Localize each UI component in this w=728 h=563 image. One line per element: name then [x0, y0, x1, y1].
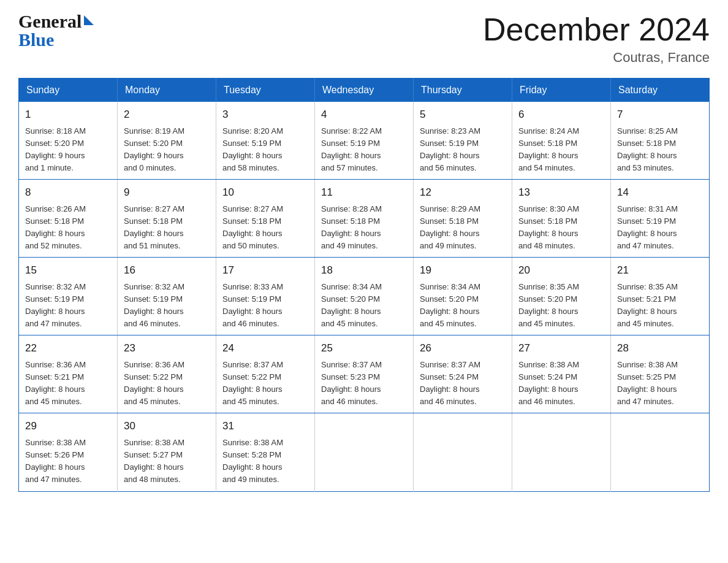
- calendar-day-cell: 13Sunrise: 8:30 AMSunset: 5:18 PMDayligh…: [512, 180, 611, 258]
- calendar-day-cell: [512, 413, 611, 491]
- day-number: 23: [124, 340, 210, 356]
- day-of-week-header: Friday: [512, 79, 611, 102]
- day-info: Sunrise: 8:36 AMSunset: 5:22 PMDaylight:…: [124, 360, 184, 406]
- logo-general-text: General: [18, 12, 82, 31]
- page-header: General Blue December 2024 Coutras, Fran…: [18, 12, 710, 66]
- calendar-day-cell: 21Sunrise: 8:35 AMSunset: 5:21 PMDayligh…: [611, 258, 710, 335]
- calendar-week-row: 8Sunrise: 8:26 AMSunset: 5:18 PMDaylight…: [19, 180, 710, 258]
- calendar-day-cell: 22Sunrise: 8:36 AMSunset: 5:21 PMDayligh…: [19, 335, 118, 413]
- day-info: Sunrise: 8:37 AMSunset: 5:24 PMDaylight:…: [420, 360, 480, 406]
- day-number: 13: [518, 185, 604, 201]
- day-info: Sunrise: 8:38 AMSunset: 5:25 PMDaylight:…: [617, 360, 678, 406]
- day-number: 2: [124, 107, 210, 123]
- day-info: Sunrise: 8:27 AMSunset: 5:18 PMDaylight:…: [124, 204, 184, 250]
- day-number: 11: [321, 185, 407, 201]
- calendar-day-cell: 15Sunrise: 8:32 AMSunset: 5:19 PMDayligh…: [19, 258, 118, 335]
- day-number: 1: [25, 107, 111, 123]
- day-number: 14: [617, 185, 703, 201]
- day-number: 8: [25, 185, 111, 201]
- day-info: Sunrise: 8:35 AMSunset: 5:21 PMDaylight:…: [617, 282, 678, 328]
- calendar-day-cell: 30Sunrise: 8:38 AMSunset: 5:27 PMDayligh…: [118, 413, 216, 491]
- day-number: 29: [25, 418, 111, 434]
- day-info: Sunrise: 8:22 AMSunset: 5:19 PMDaylight:…: [321, 126, 382, 172]
- calendar-table: SundayMondayTuesdayWednesdayThursdayFrid…: [18, 78, 710, 491]
- calendar-week-row: 29Sunrise: 8:38 AMSunset: 5:26 PMDayligh…: [19, 413, 710, 491]
- calendar-day-cell: 16Sunrise: 8:32 AMSunset: 5:19 PMDayligh…: [118, 258, 216, 335]
- day-of-week-header: Sunday: [19, 79, 118, 102]
- calendar-day-cell: 7Sunrise: 8:25 AMSunset: 5:18 PMDaylight…: [611, 102, 710, 180]
- day-number: 27: [518, 340, 604, 356]
- calendar-day-cell: 5Sunrise: 8:23 AMSunset: 5:19 PMDaylight…: [414, 102, 512, 180]
- logo-blue-text: Blue: [18, 31, 94, 49]
- day-number: 26: [420, 340, 506, 356]
- day-info: Sunrise: 8:38 AMSunset: 5:26 PMDaylight:…: [25, 438, 86, 484]
- day-number: 30: [124, 418, 210, 434]
- day-info: Sunrise: 8:37 AMSunset: 5:22 PMDaylight:…: [222, 360, 283, 406]
- calendar-day-cell: 20Sunrise: 8:35 AMSunset: 5:20 PMDayligh…: [512, 258, 611, 335]
- calendar-day-cell: 4Sunrise: 8:22 AMSunset: 5:19 PMDaylight…: [315, 102, 414, 180]
- day-info: Sunrise: 8:34 AMSunset: 5:20 PMDaylight:…: [321, 282, 382, 328]
- day-info: Sunrise: 8:29 AMSunset: 5:18 PMDaylight:…: [420, 204, 480, 250]
- day-of-week-header: Saturday: [611, 79, 710, 102]
- calendar-day-cell: 9Sunrise: 8:27 AMSunset: 5:18 PMDaylight…: [118, 180, 216, 258]
- calendar-week-row: 15Sunrise: 8:32 AMSunset: 5:19 PMDayligh…: [19, 258, 710, 335]
- day-of-week-header: Monday: [118, 79, 216, 102]
- day-info: Sunrise: 8:36 AMSunset: 5:21 PMDaylight:…: [25, 360, 86, 406]
- location-text: Coutras, France: [483, 50, 710, 66]
- calendar-day-cell: [414, 413, 512, 491]
- day-number: 20: [518, 262, 604, 278]
- calendar-day-cell: 11Sunrise: 8:28 AMSunset: 5:18 PMDayligh…: [315, 180, 414, 258]
- day-number: 9: [124, 185, 210, 201]
- logo: General Blue: [18, 12, 94, 49]
- calendar-day-cell: 31Sunrise: 8:38 AMSunset: 5:28 PMDayligh…: [216, 413, 315, 491]
- calendar-day-cell: 3Sunrise: 8:20 AMSunset: 5:19 PMDaylight…: [216, 102, 315, 180]
- calendar-day-cell: 23Sunrise: 8:36 AMSunset: 5:22 PMDayligh…: [118, 335, 216, 413]
- calendar-day-cell: 8Sunrise: 8:26 AMSunset: 5:18 PMDaylight…: [19, 180, 118, 258]
- day-info: Sunrise: 8:18 AMSunset: 5:20 PMDaylight:…: [25, 126, 86, 172]
- day-number: 15: [25, 262, 111, 278]
- day-number: 10: [222, 185, 308, 201]
- day-number: 18: [321, 262, 407, 278]
- calendar-day-cell: 17Sunrise: 8:33 AMSunset: 5:19 PMDayligh…: [216, 258, 315, 335]
- day-number: 16: [124, 262, 210, 278]
- day-number: 31: [222, 418, 308, 434]
- calendar-day-cell: 29Sunrise: 8:38 AMSunset: 5:26 PMDayligh…: [19, 413, 118, 491]
- month-title: December 2024: [483, 12, 710, 47]
- calendar-day-cell: 1Sunrise: 8:18 AMSunset: 5:20 PMDaylight…: [19, 102, 118, 180]
- day-info: Sunrise: 8:35 AMSunset: 5:20 PMDaylight:…: [518, 282, 579, 328]
- calendar-day-cell: 26Sunrise: 8:37 AMSunset: 5:24 PMDayligh…: [414, 335, 512, 413]
- calendar-header-row: SundayMondayTuesdayWednesdayThursdayFrid…: [19, 79, 710, 102]
- calendar-day-cell: 27Sunrise: 8:38 AMSunset: 5:24 PMDayligh…: [512, 335, 611, 413]
- day-info: Sunrise: 8:20 AMSunset: 5:19 PMDaylight:…: [222, 126, 283, 172]
- day-number: 24: [222, 340, 308, 356]
- calendar-day-cell: 10Sunrise: 8:27 AMSunset: 5:18 PMDayligh…: [216, 180, 315, 258]
- day-number: 5: [420, 107, 506, 123]
- day-info: Sunrise: 8:38 AMSunset: 5:27 PMDaylight:…: [124, 438, 184, 484]
- day-number: 3: [222, 107, 308, 123]
- day-number: 28: [617, 340, 703, 356]
- day-number: 12: [420, 185, 506, 201]
- day-info: Sunrise: 8:27 AMSunset: 5:18 PMDaylight:…: [222, 204, 283, 250]
- day-info: Sunrise: 8:25 AMSunset: 5:18 PMDaylight:…: [617, 126, 678, 172]
- calendar-day-cell: 25Sunrise: 8:37 AMSunset: 5:23 PMDayligh…: [315, 335, 414, 413]
- day-info: Sunrise: 8:38 AMSunset: 5:28 PMDaylight:…: [222, 438, 283, 484]
- day-info: Sunrise: 8:30 AMSunset: 5:18 PMDaylight:…: [518, 204, 579, 250]
- day-of-week-header: Tuesday: [216, 79, 315, 102]
- calendar-day-cell: 28Sunrise: 8:38 AMSunset: 5:25 PMDayligh…: [611, 335, 710, 413]
- day-of-week-header: Thursday: [414, 79, 512, 102]
- calendar-day-cell: 24Sunrise: 8:37 AMSunset: 5:22 PMDayligh…: [216, 335, 315, 413]
- calendar-day-cell: [315, 413, 414, 491]
- day-info: Sunrise: 8:28 AMSunset: 5:18 PMDaylight:…: [321, 204, 382, 250]
- day-info: Sunrise: 8:31 AMSunset: 5:19 PMDaylight:…: [617, 204, 678, 250]
- calendar-day-cell: 14Sunrise: 8:31 AMSunset: 5:19 PMDayligh…: [611, 180, 710, 258]
- day-of-week-header: Wednesday: [315, 79, 414, 102]
- calendar-day-cell: 18Sunrise: 8:34 AMSunset: 5:20 PMDayligh…: [315, 258, 414, 335]
- day-info: Sunrise: 8:26 AMSunset: 5:18 PMDaylight:…: [25, 204, 86, 250]
- calendar-day-cell: 12Sunrise: 8:29 AMSunset: 5:18 PMDayligh…: [414, 180, 512, 258]
- day-number: 4: [321, 107, 407, 123]
- day-info: Sunrise: 8:24 AMSunset: 5:18 PMDaylight:…: [518, 126, 579, 172]
- day-number: 7: [617, 107, 703, 123]
- day-info: Sunrise: 8:33 AMSunset: 5:19 PMDaylight:…: [222, 282, 283, 328]
- day-info: Sunrise: 8:32 AMSunset: 5:19 PMDaylight:…: [124, 282, 184, 328]
- calendar-week-row: 22Sunrise: 8:36 AMSunset: 5:21 PMDayligh…: [19, 335, 710, 413]
